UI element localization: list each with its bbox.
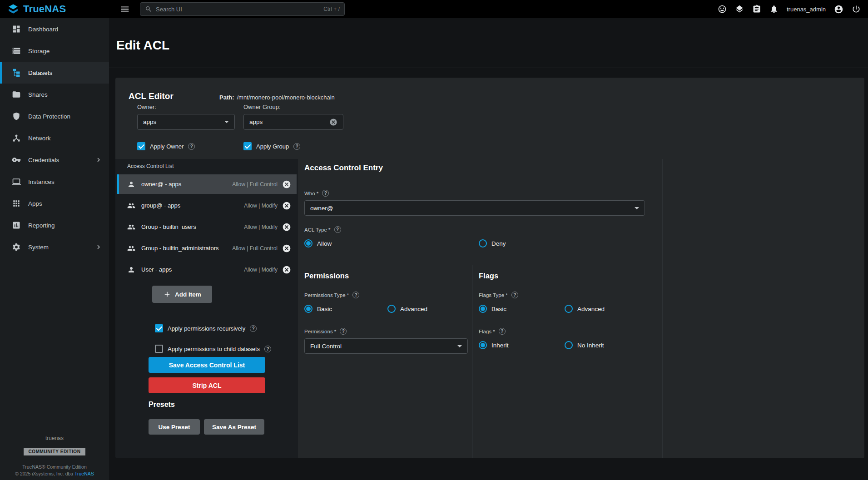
child-datasets-checkbox-row[interactable]: Apply permissions to child datasets xyxy=(155,345,271,353)
notifications-button[interactable] xyxy=(769,5,779,14)
sidebar-item-credentials[interactable]: Credentials xyxy=(0,149,109,171)
deny-radio[interactable] xyxy=(479,239,487,247)
sidebar-item-dashboard[interactable]: Dashboard xyxy=(0,18,109,40)
person-icon xyxy=(127,180,135,188)
allow-radio[interactable] xyxy=(304,239,312,247)
search-shortcut-hint: Ctrl + / xyxy=(323,6,340,12)
search-bar[interactable]: Ctrl + / xyxy=(140,2,345,16)
help-icon[interactable] xyxy=(511,292,518,298)
permissions-basic-radio[interactable] xyxy=(304,305,312,313)
sidebar-item-storage[interactable]: Storage xyxy=(0,40,109,62)
no-inherit-radio[interactable] xyxy=(565,341,573,349)
flags-advanced-radio[interactable] xyxy=(565,305,573,313)
who-field: Who * owner@ xyxy=(304,190,645,216)
sidebar-item-label: Data Protection xyxy=(28,113,70,120)
remove-entry-button[interactable] xyxy=(282,265,291,274)
owner-field: Owner: apps xyxy=(137,104,235,130)
remove-entry-button[interactable] xyxy=(282,244,291,253)
flags-basic-radio[interactable] xyxy=(479,305,487,313)
user-menu-button[interactable] xyxy=(834,5,843,14)
close-circle-icon xyxy=(282,180,291,189)
add-item-button[interactable]: Add Item xyxy=(152,286,212,303)
acl-entry-name: group@ - apps xyxy=(141,202,180,209)
acl-type-allow-option[interactable]: Allow xyxy=(304,239,332,247)
help-icon[interactable] xyxy=(352,292,359,298)
sidebar-item-apps[interactable]: Apps xyxy=(0,193,109,214)
sidebar-item-instances[interactable]: Instances xyxy=(0,171,109,193)
sidebar-item-shares[interactable]: Shares xyxy=(0,84,109,105)
hostname-label: truenas xyxy=(0,435,109,441)
recursive-checkbox-row[interactable]: Apply permissions recursively xyxy=(155,324,257,332)
feedback-button[interactable] xyxy=(718,5,727,14)
permissions-basic-label: Basic xyxy=(317,306,332,312)
owner-group-input[interactable]: apps xyxy=(243,114,343,130)
help-icon[interactable] xyxy=(340,328,347,335)
flags-type-basic-option[interactable]: Basic xyxy=(479,305,506,313)
topbar: TrueNAS Ctrl + / xyxy=(0,0,868,18)
flags-inherit-option[interactable]: Inherit xyxy=(479,341,509,349)
sidebar-item-data-protection[interactable]: Data Protection xyxy=(0,105,109,127)
power-button[interactable] xyxy=(852,5,861,14)
help-icon[interactable] xyxy=(293,143,300,150)
acl-entry-row-owner[interactable]: owner@ - apps Allow | Full Control xyxy=(117,174,297,194)
who-select[interactable]: owner@ xyxy=(304,200,645,216)
use-preset-button[interactable]: Use Preset xyxy=(149,419,200,435)
dashboard-icon xyxy=(12,25,21,34)
acl-entry-row-group[interactable]: group@ - apps Allow | Modify xyxy=(117,196,297,215)
checkin-button[interactable] xyxy=(735,5,744,14)
acl-type-deny-option[interactable]: Deny xyxy=(479,239,506,247)
acl-entry-row-builtin-administrators[interactable]: Group - builtin_administrators Allow | F… xyxy=(117,238,297,258)
apply-group-checkbox[interactable] xyxy=(243,142,252,150)
help-icon[interactable] xyxy=(334,226,341,233)
flags-no-inherit-option[interactable]: No Inherit xyxy=(565,341,604,349)
save-acl-button[interactable]: Save Access Control List xyxy=(149,357,265,373)
remove-entry-button[interactable] xyxy=(282,201,291,210)
permissions-type-basic-option[interactable]: Basic xyxy=(304,305,332,313)
help-icon[interactable] xyxy=(264,346,271,352)
flags-type-field: Flags Type * Basic Advanced xyxy=(479,292,662,314)
recursive-checkbox[interactable] xyxy=(155,324,163,332)
search-input[interactable] xyxy=(156,6,320,13)
clear-owner-group-button[interactable] xyxy=(329,118,337,126)
presets-title: Presets xyxy=(149,401,175,409)
truenas-logo[interactable]: TrueNAS xyxy=(0,3,109,15)
sidenav-toggle-button[interactable] xyxy=(120,4,130,14)
sidebar-item-datasets[interactable]: Datasets xyxy=(0,62,109,84)
sidebar-item-label: Reporting xyxy=(28,222,55,229)
acl-entry-rows: owner@ - apps Allow | Full Control group… xyxy=(117,174,297,281)
owner-select[interactable]: apps xyxy=(137,114,235,130)
account-circle-icon xyxy=(834,5,843,14)
apply-owner-checkbox[interactable] xyxy=(137,142,145,150)
flags-type-advanced-option[interactable]: Advanced xyxy=(565,305,605,313)
path-value: /mnt/monero-pool/monero-blockchain xyxy=(237,94,335,101)
jobs-button[interactable] xyxy=(752,5,761,14)
help-icon[interactable] xyxy=(188,143,195,150)
footer-brand-link[interactable]: TrueNAS xyxy=(74,471,94,476)
help-icon[interactable] xyxy=(322,190,329,197)
child-datasets-label: Apply permissions to child datasets xyxy=(168,346,260,352)
strip-acl-button[interactable]: Strip ACL xyxy=(149,377,265,393)
datasets-tree-icon xyxy=(12,68,21,77)
remove-entry-button[interactable] xyxy=(282,180,291,189)
sidebar-item-reporting[interactable]: Reporting xyxy=(0,214,109,236)
sidebar-item-network[interactable]: Network xyxy=(0,127,109,149)
help-icon[interactable] xyxy=(250,325,257,332)
acl-type-label: ACL Type * xyxy=(304,227,331,233)
apply-owner-checkbox-row[interactable]: Apply Owner xyxy=(137,142,195,150)
sidebar-item-system[interactable]: System xyxy=(0,236,109,258)
permissions-select[interactable]: Full Control xyxy=(304,338,468,354)
save-as-preset-button[interactable]: Save As Preset xyxy=(204,419,264,435)
acl-entry-row-builtin-users[interactable]: Group - builtin_users Allow | Modify xyxy=(117,217,297,237)
close-circle-icon xyxy=(282,201,291,210)
remove-entry-button[interactable] xyxy=(282,223,291,232)
acl-entry-row-user-apps[interactable]: User - apps Allow | Modify xyxy=(117,260,297,279)
footer-copyright: © 2025 iXsystems, Inc. dba TrueNAS xyxy=(0,471,109,476)
apply-group-checkbox-row[interactable]: Apply Group xyxy=(243,142,300,150)
permissions-type-advanced-option[interactable]: Advanced xyxy=(387,305,427,313)
permissions-advanced-radio[interactable] xyxy=(387,305,396,313)
child-datasets-checkbox[interactable] xyxy=(155,345,163,353)
permissions-field: Permissions * Full Control xyxy=(304,328,468,354)
network-icon xyxy=(12,134,21,143)
inherit-radio[interactable] xyxy=(479,341,487,349)
help-icon[interactable] xyxy=(499,328,506,335)
